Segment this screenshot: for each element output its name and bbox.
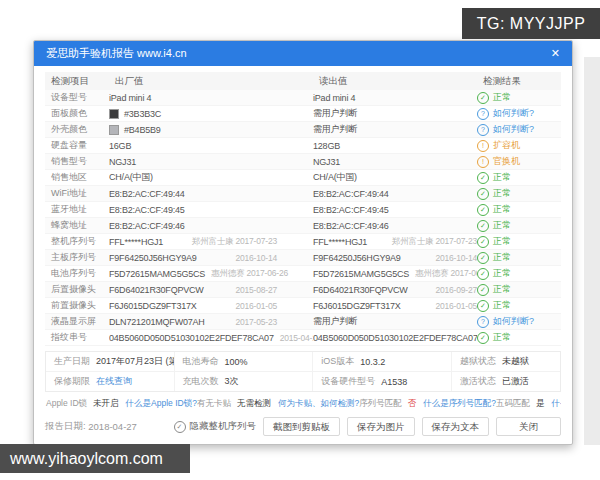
result-cell: ✓正常 — [477, 171, 561, 184]
factory-value: CH/A(中国) — [109, 171, 153, 184]
factory-value: FFL*****HGJ1 — [109, 237, 163, 247]
read-value-cell: 128GB — [313, 141, 477, 151]
info-label: 五码匹配 — [496, 398, 530, 410]
result-help-icon: ? — [477, 124, 489, 136]
info-cell: 生产日期2017年07月23日 (第29周) — [46, 352, 175, 371]
device-info-box: 生产日期2017年07月23日 (第29周)电池寿命100%iOS版本10.3.… — [45, 351, 561, 392]
footer-actions: ✓ 隐藏整机序列号 截图到剪贴板保存为图片保存为文本关闭 — [174, 417, 562, 436]
info-cell: 激活状态已激活 — [452, 372, 560, 391]
row-label: 整机序列号 — [45, 235, 109, 248]
read-value-cell: F6D64021R30FQPVCW2016-09-27 — [313, 285, 477, 295]
verification-report-dialog: 爱思助手验机报告 www.i4.cn ✕ 检测项目 出厂值 读出值 检测结果 设… — [33, 40, 573, 445]
result-cell: ✓正常 — [477, 203, 561, 216]
result-text: 正常 — [493, 251, 511, 264]
result-cell: ✓正常 — [477, 235, 561, 248]
read-meta: 2016-10-14 — [430, 253, 477, 263]
close-button[interactable]: 关闭 — [496, 417, 561, 436]
result-ok-icon: ✓ — [477, 236, 489, 248]
info-value[interactable]: 在线查询 — [96, 375, 132, 388]
table-row: 前置摄像头F6J6015DGZ9FT317X2016-01-05F6J6015D… — [45, 298, 561, 314]
help-link[interactable]: 什么是Apple ID锁? — [126, 398, 197, 410]
read-value: F6J6015DGZ9FT317X — [313, 301, 401, 311]
copy-screenshot-button[interactable]: 截图到剪贴板 — [263, 417, 340, 436]
row-label: 主板序列号 — [45, 251, 109, 264]
read-value-cell: F6J6015DGZ9FT317X2016-01-05 — [313, 301, 477, 311]
close-icon[interactable]: ✕ — [551, 48, 560, 59]
read-value-cell: iPad mini 4 — [313, 93, 477, 103]
factory-meta: 2017-05-23 — [230, 317, 277, 327]
read-value: F9F64250J56HGY9A9 — [313, 253, 401, 263]
help-link[interactable]: 何为卡贴、如何检测? — [278, 398, 359, 410]
info-value: A1538 — [381, 377, 407, 387]
hide-serial-checkbox[interactable]: ✓ 隐藏整机序列号 — [174, 420, 257, 433]
read-value-cell: 需用户判断 — [313, 107, 477, 120]
info-label: 设备硬件型号 — [321, 375, 375, 388]
result-cell: ✓正常 — [477, 251, 561, 264]
result-cell: ✓正常 — [477, 283, 561, 296]
result-cell: ?如何判断? — [477, 123, 561, 136]
result-ok-icon: ✓ — [477, 332, 489, 344]
col-header-factory-value: 出厂值 — [109, 75, 313, 88]
info-label: 生产日期 — [54, 355, 90, 368]
save-image-button[interactable]: 保存为图片 — [347, 417, 415, 436]
read-value: 需用户判断 — [313, 315, 357, 328]
result-text[interactable]: 如何判断? — [493, 315, 534, 328]
result-ok-icon: ✓ — [477, 284, 489, 296]
table-row: 电池序列号F5D72615MAMG5G5CS惠州德赛 2017-06-26F5D… — [45, 266, 561, 282]
result-text: 正常 — [493, 267, 511, 280]
info-value: 100% — [225, 357, 248, 367]
info-value: 2017年07月23日 (第29周) — [96, 355, 175, 368]
result-text: 扩容机 — [493, 139, 520, 152]
col-header-item: 检测项目 — [45, 75, 109, 88]
help-link[interactable]: 什么是序列号匹配? — [423, 398, 496, 410]
dialog-titlebar[interactable]: 爱思助手验机报告 www.i4.cn ✕ — [34, 41, 572, 66]
result-text: 正常 — [493, 91, 511, 104]
info-value: 已激活 — [502, 375, 529, 388]
info-cell: 设备硬件型号A1538 — [313, 372, 452, 391]
factory-value-cell: F9F64250J56HGY9A92016-10-14 — [109, 253, 313, 263]
info-value: 未开启 — [93, 398, 119, 410]
factory-value: #B4B5B9 — [124, 125, 161, 135]
result-text[interactable]: 如何判断? — [493, 123, 534, 136]
help-link[interactable]: 什么是五码匹配? — [551, 398, 561, 410]
factory-value: E8:B2:AC:CF:49:44 — [109, 189, 185, 199]
factory-value: DLN721201MQFW07AH — [109, 317, 205, 327]
factory-meta: 2015-08-27 — [230, 285, 277, 295]
row-label: 电池序列号 — [45, 267, 109, 280]
result-cell: ✓正常 — [477, 219, 561, 232]
table-row: 蜂窝地址E8:B2:AC:CF:49:46E8:B2:AC:CF:49:46✓正… — [45, 218, 561, 234]
read-meta: 郑州富士康 2017-07-23 — [386, 236, 477, 248]
factory-value-cell: 16GB — [109, 141, 313, 151]
factory-value-cell: CH/A(中国) — [109, 171, 313, 184]
table-row: WiFi地址E8:B2:AC:CF:49:44E8:B2:AC:CF:49:44… — [45, 186, 561, 202]
factory-meta: 2015-04-22 — [274, 333, 313, 343]
factory-value-cell: E8:B2:AC:CF:49:45 — [109, 205, 313, 215]
read-value-cell: F5D72615MAMG5G5CS惠州德赛 2017-06-26 — [313, 268, 477, 280]
factory-value-cell: #3B3B3C — [109, 109, 313, 119]
info-value: 否 — [408, 398, 417, 410]
info-row: 生产日期2017年07月23日 (第29周)电池寿命100%iOS版本10.3.… — [46, 352, 560, 371]
result-text: 正常 — [493, 299, 511, 312]
info-label: 电池寿命 — [183, 355, 219, 368]
read-value-cell: CH/A(中国) — [313, 171, 477, 184]
result-help-icon: ? — [477, 108, 489, 120]
col-header-result: 检测结果 — [477, 75, 561, 88]
result-text[interactable]: 如何判断? — [493, 107, 534, 120]
report-date-value: 2018-04-27 — [88, 421, 137, 432]
result-ok-icon: ✓ — [477, 220, 489, 232]
table-row: 外壳颜色#B4B5B9需用户判断?如何判断? — [45, 122, 561, 138]
table-row: 蓝牙地址E8:B2:AC:CF:49:45E8:B2:AC:CF:49:45✓正… — [45, 202, 561, 218]
factory-value-cell: iPad mini 4 — [109, 93, 313, 103]
info-row: 保修期限在线查询充电次数3次设备硬件型号A1538激活状态已激活 — [46, 371, 560, 391]
save-text-button[interactable]: 保存为文本 — [422, 417, 490, 436]
table-row: 液晶显示屏DLN721201MQFW07AH2017-05-23需用户判断?如何… — [45, 314, 561, 330]
result-text: 正常 — [493, 283, 511, 296]
info-label: 有无卡贴 — [197, 398, 231, 410]
read-value-cell: NGJ31 — [313, 157, 477, 167]
dialog-body: 检测项目 出厂值 读出值 检测结果 设备型号iPad mini 4iPad mi… — [34, 66, 572, 444]
result-cell: !官换机 — [477, 155, 561, 168]
info-value: 10.3.2 — [360, 357, 385, 367]
read-value: E8:B2:AC:CF:49:45 — [313, 205, 389, 215]
footer-buttons: 截图到剪贴板保存为图片保存为文本关闭 — [263, 417, 561, 436]
read-value: 需用户判断 — [313, 123, 357, 136]
